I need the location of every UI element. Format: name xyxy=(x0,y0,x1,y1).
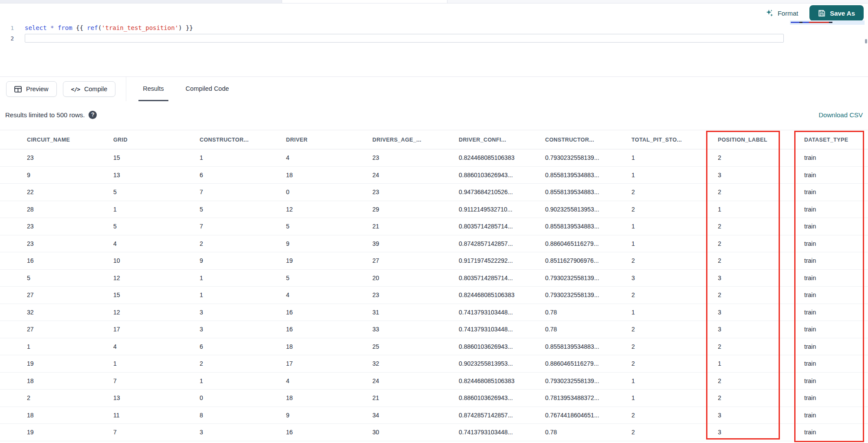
table-cell: 33 xyxy=(366,326,453,333)
table-cell: 19 xyxy=(21,429,107,436)
table-cell: 23 xyxy=(21,240,107,247)
table-cell: 0.9023255813953... xyxy=(539,206,625,213)
table-cell: 0.8860103626943... xyxy=(453,394,539,401)
code-token xyxy=(47,24,50,31)
table-cell: 16 xyxy=(280,429,366,436)
table-cell: train xyxy=(798,360,868,367)
table-header-row: CIRCUIT_NAMEGRIDCONSTRUCTOR...DRIVERDRIV… xyxy=(0,130,868,149)
table-cell: train xyxy=(798,377,868,384)
table-cell: 2 xyxy=(712,240,798,247)
table-cell: 2 xyxy=(625,360,712,367)
save-as-button[interactable]: Save As xyxy=(809,5,864,21)
help-icon[interactable]: ? xyxy=(89,111,97,119)
table-cell: 31 xyxy=(366,309,453,316)
table-cell: 12 xyxy=(280,206,366,213)
table-cell: 0.9171974522292... xyxy=(453,257,539,264)
table-cell: 5 xyxy=(107,188,194,195)
tab-compiled-code[interactable]: Compiled Code xyxy=(181,77,233,101)
table-body: 231514230.8244680851063830.7930232558139… xyxy=(0,149,868,441)
table-cell: 13 xyxy=(107,172,194,179)
table-cell: 32 xyxy=(21,309,107,316)
table-cell: 39 xyxy=(366,240,453,247)
table-cell: 24 xyxy=(366,377,453,384)
tab-results[interactable]: Results xyxy=(138,77,168,101)
table-cell: 9 xyxy=(280,240,366,247)
table-cell: 3 xyxy=(194,429,280,436)
table-cell: 21 xyxy=(366,223,453,230)
table-cell: 0.8511627906976... xyxy=(539,257,625,264)
table-row: 1610919270.9171974522292...0.85116279069… xyxy=(0,252,868,270)
table-cell: 0.7930232558139... xyxy=(539,274,625,281)
table-cell: 0.78 xyxy=(539,309,625,316)
code-token: 'train_test_position' xyxy=(102,24,178,31)
download-csv-link[interactable]: Download CSV xyxy=(819,111,863,119)
table-row: 181189340.8742857142857...0.767441860465… xyxy=(0,407,868,424)
preview-button[interactable]: Preview xyxy=(6,81,57,97)
format-label: Format xyxy=(778,10,799,17)
table-cell: 6 xyxy=(194,172,280,179)
table-cell: 0.8860465116279... xyxy=(539,240,625,247)
table-cell: 1 xyxy=(625,240,712,247)
table-cell: 5 xyxy=(21,274,107,281)
table-cell: 2 xyxy=(625,412,712,419)
table-row: 18714240.8244680851063830.7930232558139.… xyxy=(0,373,868,390)
table-cell: 3 xyxy=(712,429,798,436)
table-cell: train xyxy=(798,154,868,161)
table-cell: 0.7413793103448... xyxy=(453,309,539,316)
active-file-tab[interactable] xyxy=(282,0,447,3)
table-cell: 23 xyxy=(21,154,107,161)
line-number-1: 1 xyxy=(0,25,17,31)
table-cell: 4 xyxy=(280,291,366,298)
table-cell: 23 xyxy=(366,291,453,298)
table-row: 281512290.9112149532710...0.902325581395… xyxy=(0,201,868,218)
table-cell: train xyxy=(798,223,868,230)
table-cell: 2 xyxy=(712,343,798,350)
table-cell: 0 xyxy=(194,394,280,401)
format-button[interactable]: Format xyxy=(766,9,799,17)
table-cell: 30 xyxy=(366,429,453,436)
table-cell: 0.8860103626943... xyxy=(453,172,539,179)
table-cell: 11 xyxy=(107,412,194,419)
table-row: 197316300.7413793103448...0.7823train xyxy=(0,424,868,441)
code-icon: </> xyxy=(71,86,80,93)
column-header: CIRCUIT_NAME xyxy=(21,137,107,143)
compile-button[interactable]: </> Compile xyxy=(63,81,116,97)
table-cell: 18 xyxy=(280,172,366,179)
table-cell: train xyxy=(798,429,868,436)
table-cell: 15 xyxy=(107,154,194,161)
column-header: GRID xyxy=(107,137,194,143)
table-cell: 1 xyxy=(625,154,712,161)
column-header: POSITION_LABEL xyxy=(712,137,798,143)
code-editor[interactable]: 1 select * from {{ ref('train_test_posit… xyxy=(0,23,868,43)
table-cell: train xyxy=(798,291,868,298)
table-cell: 1 xyxy=(194,291,280,298)
table-cell: 1 xyxy=(625,394,712,401)
table-cell: 4 xyxy=(280,377,366,384)
table-cell: train xyxy=(798,188,868,195)
table-row: 213018210.8860103626943...0.781395348837… xyxy=(0,390,868,407)
results-table: CIRCUIT_NAMEGRIDCONSTRUCTOR...DRIVERDRIV… xyxy=(0,130,868,441)
table-cell: 1 xyxy=(21,343,107,350)
table-cell: 21 xyxy=(366,394,453,401)
table-cell: 7 xyxy=(194,223,280,230)
table-cell: 27 xyxy=(366,257,453,264)
table-cell: 2 xyxy=(625,257,712,264)
table-cell: 0.8558139534883... xyxy=(539,223,625,230)
table-cell: 7 xyxy=(194,188,280,195)
table-cell: 9 xyxy=(280,412,366,419)
table-cell: 1 xyxy=(107,206,194,213)
table-cell: 13 xyxy=(107,394,194,401)
table-cell: 5 xyxy=(280,274,366,281)
table-cell: 18 xyxy=(21,377,107,384)
compile-label: Compile xyxy=(84,86,107,93)
table-cell: 23 xyxy=(366,188,453,195)
table-cell: 17 xyxy=(107,326,194,333)
table-cell: 20 xyxy=(366,274,453,281)
table-cell: 1 xyxy=(625,309,712,316)
table-cell: 0.7413793103448... xyxy=(453,326,539,333)
table-cell: 0.7674418604651... xyxy=(539,412,625,419)
editor-scrollbar-thumb[interactable] xyxy=(865,39,867,43)
table-cell: 18 xyxy=(280,343,366,350)
table-cell: 2 xyxy=(625,429,712,436)
editor-minimap[interactable] xyxy=(790,20,865,25)
